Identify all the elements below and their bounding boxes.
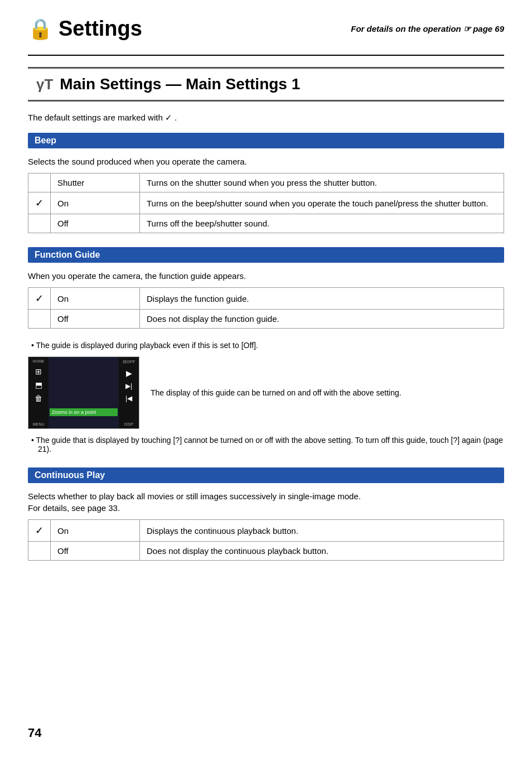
function-guide-section-header: Function Guide [28,247,504,263]
table-row: Off Does not display the function guide. [28,310,504,329]
beep-desc-shutter: Turns on the shutter sound when you pres… [140,173,504,192]
main-section-title-text: Main Settings — Main Settings 1 [60,75,300,93]
header-divider [28,55,504,56]
function-guide-bullet2: • The guide that is displayed by touchin… [28,436,504,454]
cp-option-on: On [51,520,140,542]
camera-right-bar: ⊟OFF ▶ ▶| |◀ DISP [119,357,139,428]
beep-option-on: On [51,192,140,214]
fg-check-on: ✓ [28,288,51,310]
beep-option-shutter: Shutter [51,173,140,192]
table-row: ✓ On Displays the continuous playback bu… [28,520,504,542]
function-guide-section: Function Guide When you operate the came… [28,247,504,454]
beep-section-header: Beep [28,133,504,148]
function-guide-bullet1: • The guide is displayed during playback… [28,341,504,350]
camera-tooltip: Zooms in on a point [50,408,118,416]
settings-title: Settings [59,17,142,41]
cp-option-off: Off [51,542,140,561]
camera-ui-image: HOME ⊞ ⬒ 🗑 MENU ⊟OFF ▶ ▶| |◀ DISP Zooms … [28,356,139,429]
beep-option-off: Off [51,214,140,233]
beep-table: Shutter Turns on the shutter sound when … [28,173,504,233]
beep-check-on: ✓ [28,192,51,214]
function-guide-table: ✓ On Displays the function guide. Off Do… [28,287,504,329]
fg-option-off: Off [51,310,140,329]
beep-section: Beep Selects the sound produced when you… [28,133,504,233]
cp-check-off [28,542,51,561]
camera-ui-caption: The display of this guide can be turned … [151,388,504,397]
fg-desc-on: Displays the function guide. [140,288,504,310]
table-row: Off Does not display the continuous play… [28,542,504,561]
table-row: Shutter Turns on the shutter sound when … [28,173,504,192]
camera-left-bar: HOME ⊞ ⬒ 🗑 MENU [28,357,49,428]
beep-desc-on: Turns on the beep/shutter sound when you… [140,192,504,214]
main-section-title: γT Main Settings — Main Settings 1 [28,67,504,102]
camera-ui-container: HOME ⊞ ⬒ 🗑 MENU ⊟OFF ▶ ▶| |◀ DISP Zooms … [28,356,504,429]
continuous-play-intro2: For details, see page 33. [28,503,504,513]
continuous-play-intro1: Selects whether to play back all movies … [28,491,504,501]
operation-ref: For details on the operation ☞ page 69 [351,24,504,34]
main-section-icon: γT [36,76,53,93]
page-number: 74 [28,726,41,740]
beep-desc-off: Turns off the beep/shutter sound. [140,214,504,233]
continuous-play-section: Continuous Play Selects whether to play … [28,467,504,561]
continuous-play-table: ✓ On Displays the continuous playback bu… [28,519,504,561]
fg-check-off [28,310,51,329]
continuous-play-section-header: Continuous Play [28,467,504,483]
page-header: 🔒 Settings For details on the operation … [28,17,504,44]
page: 🔒 Settings For details on the operation … [0,0,532,757]
settings-lock-icon: 🔒 [28,17,53,41]
table-row: ✓ On Displays the function guide. [28,288,504,310]
function-guide-intro: When you operate the camera, the functio… [28,271,504,281]
cp-check-on: ✓ [28,520,51,542]
page-title-left: 🔒 Settings [28,17,142,41]
camera-center: Zooms in on a point [49,357,119,417]
beep-intro: Selects the sound produced when you oper… [28,157,504,166]
table-row: Off Turns off the beep/shutter sound. [28,214,504,233]
beep-check-shutter [28,173,51,192]
default-settings-note: The default settings are marked with ✓ . [28,113,504,123]
cp-desc-on: Displays the continuous playback button. [140,520,504,542]
fg-option-on: On [51,288,140,310]
fg-desc-off: Does not display the function guide. [140,310,504,329]
table-row: ✓ On Turns on the beep/shutter sound whe… [28,192,504,214]
cp-desc-off: Does not display the continuous playback… [140,542,504,561]
beep-check-off [28,214,51,233]
